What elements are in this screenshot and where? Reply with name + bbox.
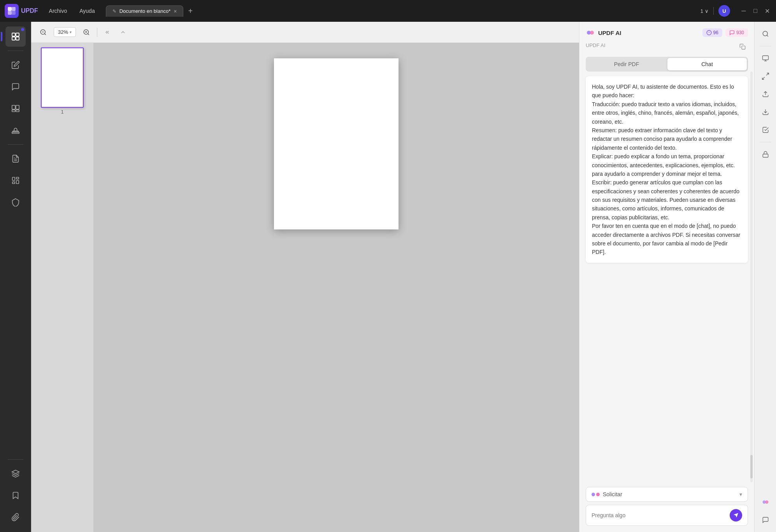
credits-ask-badge: 96 [702,28,722,37]
menu-ayuda[interactable]: Ayuda [75,5,99,16]
solicitar-left: Solicitar [592,491,622,497]
svg-rect-13 [12,132,19,134]
doc-area: 1 [31,43,579,532]
tab-close-btn[interactable]: × [174,8,177,14]
send-btn[interactable] [730,509,742,522]
svg-rect-37 [762,56,768,60]
sidebar-active-dot [21,28,24,31]
page-chevron: ∨ [705,8,709,14]
page-indicator[interactable]: 1 ∨ [701,8,709,14]
svg-rect-17 [16,177,18,179]
sidebar-icon-comment[interactable] [5,77,26,97]
menu-archivo[interactable]: Archivo [44,5,72,16]
copy-btn[interactable] [737,41,748,52]
zoom-out-btn[interactable] [37,26,49,38]
ai-message-bubble: Hola, soy UPDF AI, tu asistente de docum… [586,76,748,263]
solicitar-dropdown[interactable]: Solicitar ▾ [586,487,748,502]
solicitar-dot-1 [592,493,595,496]
thumbnail-1[interactable]: 1 [41,47,84,115]
rs-scan-btn[interactable] [758,69,773,84]
maximize-btn[interactable]: □ [751,7,760,15]
pdf-view[interactable] [93,43,579,532]
rs-search-btn[interactable] [758,26,773,41]
sidebar-divider-2 [8,144,23,145]
close-btn[interactable]: ✕ [763,7,771,15]
tab-chat[interactable]: Chat [667,58,747,70]
svg-line-41 [762,77,764,79]
sidebar-icon-pages[interactable] [5,98,26,119]
sidebar-icon-bookmark[interactable] [5,485,26,506]
zoom-display[interactable]: 32% ▾ [54,27,76,37]
rs-export-btn[interactable] [758,87,773,102]
rs-lock-btn[interactable] [758,147,773,162]
sidebar-icon-edit[interactable] [5,55,26,75]
app-body: 32% ▾ [0,22,776,532]
sidebar-divider-3 [8,459,23,460]
zoom-in-btn[interactable] [81,26,92,38]
ai-panel: UPDF AI 96 930 UPDF AI [579,22,754,532]
nav-first-btn[interactable] [102,27,113,38]
ai-message-header: UPDF AI [579,37,754,52]
svg-rect-10 [12,110,15,112]
scrollbar-thumb[interactable] [750,455,753,478]
input-row [586,505,748,526]
rs-ai-btn[interactable] [758,495,773,509]
svg-marker-20 [12,470,19,474]
user-avatar[interactable]: U [718,5,730,17]
thumbnail-num-1: 1 [61,109,64,115]
tab-pedir-pdf[interactable]: Pedir PDF [587,58,666,70]
svg-rect-5 [16,33,19,36]
ai-title-text: UPDF AI [598,30,621,36]
rs-upload-btn[interactable] [758,105,773,119]
svg-line-22 [44,33,46,35]
svg-point-30 [590,31,594,35]
svg-line-36 [767,35,768,36]
rs-ocr-btn[interactable] [758,51,773,66]
sidebar-icon-stamp[interactable] [5,120,26,140]
sidebar-icon-convert[interactable] [5,149,26,169]
svg-rect-3 [12,11,16,15]
ai-message-label: UPDF AI [586,42,606,48]
sidebar-icon-protect[interactable] [5,192,26,212]
title-bar-right: 1 ∨ U ─ □ ✕ [701,5,771,17]
svg-rect-18 [16,180,18,184]
ai-header: UPDF AI 96 930 [579,22,754,37]
nav-up-btn[interactable] [118,27,128,38]
svg-point-46 [765,500,768,504]
tab-document[interactable]: ✎ Documento en blanco* × [106,5,184,17]
divider-1 [713,7,714,15]
rs-divider-2 [760,142,771,142]
right-sidebar [754,22,776,532]
sidebar-icon-attachment[interactable] [5,507,26,527]
sidebar-icon-view[interactable] [5,26,26,47]
ai-message-text: Hola, soy UPDF AI, tu asistente de docum… [592,84,740,255]
rs-bottom [758,495,773,527]
rs-email-btn[interactable] [758,122,773,137]
sidebar-icon-layers[interactable] [5,464,26,484]
current-page: 1 [701,8,703,14]
ai-header-right: 96 930 [702,28,748,37]
minimize-btn[interactable]: ─ [739,7,748,15]
svg-line-25 [88,33,89,35]
thumbnail-panel: 1 [31,43,93,532]
svg-rect-0 [8,7,12,11]
sidebar-icon-organize[interactable] [5,170,26,191]
left-sidebar [0,22,31,532]
solicitar-chevron-icon: ▾ [739,491,742,497]
pdf-page-1 [274,58,399,229]
credits-chat-value: 930 [736,30,744,35]
svg-rect-8 [12,105,15,109]
svg-line-40 [766,73,769,75]
tab-bar: ✎ Documento en blanco* × + [106,5,196,17]
solicitar-label: Solicitar [603,491,622,497]
ai-input-area: Solicitar ▾ [579,482,754,532]
ai-messages[interactable]: Hola, soy UPDF AI, tu asistente de docum… [579,72,754,482]
tab-add-btn[interactable]: + [185,5,196,16]
svg-rect-34 [742,46,745,49]
question-input[interactable] [592,512,727,518]
svg-rect-9 [16,105,19,109]
rs-chat-btn[interactable] [758,513,773,527]
app-logo-text: UPDF [21,7,38,14]
credits-chat-badge: 930 [725,28,748,37]
svg-rect-4 [12,33,15,36]
